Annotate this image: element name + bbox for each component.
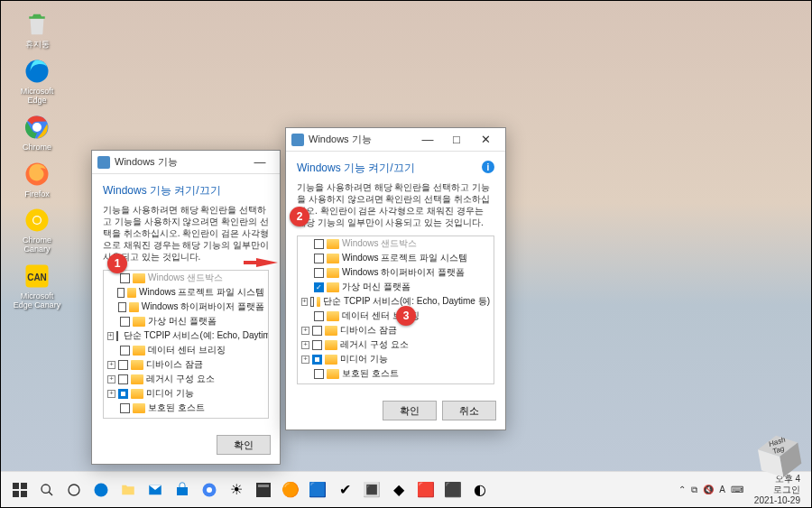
expand-toggle[interactable]: + [107,375,115,383]
feature-checkbox[interactable] [314,369,324,379]
feature-checkbox[interactable]: ✓ [120,418,130,420]
tree-item[interactable]: ✓원격 자동 압축 API 지원 [298,381,494,384]
taskbar-app3[interactable]: ◆ [387,478,411,502]
feature-checkbox[interactable] [118,389,128,399]
tree-item[interactable]: ✓원격 자동 압축 API 지원 [104,415,268,419]
expand-toggle[interactable]: + [301,356,309,364]
feature-checkbox[interactable] [312,340,322,350]
taskbar-chrome[interactable] [198,478,221,502]
taskbar-mail[interactable] [143,478,167,502]
start-button[interactable] [8,478,32,502]
taskbar-explorer[interactable] [116,478,140,502]
tree-item[interactable]: +미디어 기능 [298,352,494,366]
tray-chevron-icon[interactable]: ⌃ [678,485,686,494]
desktop-icon-edge[interactable]: Microsoft Edge [10,57,64,106]
taskbar-app6[interactable]: ◐ [468,478,492,502]
desktop-icon-edge-canary[interactable]: CAN Microsoft Edge Canary [10,262,64,310]
feature-label: 레거시 구성 요소 [146,373,215,385]
desktop-icon-recycle-bin[interactable]: 휴지통 [10,10,64,50]
tree-item[interactable]: 보호된 호스트 [104,401,268,415]
taskbar-app5[interactable]: ⬛ [441,478,465,502]
maximize-button[interactable]: □ [442,129,471,151]
search-button[interactable] [35,478,59,502]
ok-button[interactable]: 확인 [383,401,437,420]
feature-checkbox[interactable] [314,311,324,321]
taskbar-app[interactable]: 🟦 [306,478,329,502]
feature-checkbox[interactable] [116,331,118,341]
tree-item[interactable]: +레거시 구성 요소 [298,337,494,352]
taskbar-office[interactable]: 🟠 [279,478,302,502]
feature-checkbox[interactable] [120,403,130,413]
tree-item[interactable]: Windows 샌드박스 [298,236,494,251]
taskbar-todo[interactable]: ✔ [333,478,356,502]
tree-item[interactable]: +디바이스 잠금 [298,323,494,337]
features-tree[interactable]: Windows 샌드박스Windows 프로젝트 파일 시스템Windows 하… [297,236,494,384]
ok-button[interactable]: 확인 [217,435,271,455]
expand-toggle[interactable]: + [301,298,308,306]
minimize-button[interactable]: — [413,129,442,151]
feature-checkbox[interactable] [117,288,125,298]
expand-toggle[interactable]: + [107,390,115,398]
tree-item[interactable]: +디바이스 잠금 [104,357,268,372]
titlebar[interactable]: Windows 기능 — □ ✕ [286,128,505,152]
feature-checkbox[interactable] [120,317,130,327]
taskbar-store[interactable] [171,478,194,502]
titlebar[interactable]: Windows 기능 — [92,151,280,174]
folder-icon [129,302,139,312]
taskbar-app2[interactable]: 🔳 [360,478,383,502]
feature-checkbox[interactable] [314,239,324,249]
expand-toggle[interactable]: + [301,341,309,349]
feature-checkbox[interactable] [310,297,315,307]
tree-item[interactable]: Windows 샌드박스 [104,271,268,285]
feature-label: 보호된 호스트 [342,367,399,380]
info-icon[interactable]: i [482,161,494,173]
feature-checkbox[interactable]: ✓ [314,383,324,385]
tree-item[interactable]: ✓가상 머신 플랫폼 [298,280,494,294]
expand-toggle[interactable]: + [107,332,114,340]
tray-lang-icon[interactable]: ⌨ [731,485,743,494]
feature-checkbox[interactable] [118,302,126,312]
desktop-icon-chrome[interactable]: Chrome [10,113,64,152]
feature-label: Windows 샌드박스 [148,272,223,284]
tree-item[interactable]: 보호된 호스트 [298,366,494,381]
feature-checkbox[interactable] [314,268,324,278]
feature-checkbox[interactable] [312,326,322,336]
tree-item[interactable]: 데이터 센터 브리징 [104,343,268,357]
taskbar-app4[interactable]: 🟥 [414,478,438,502]
taskbar-weather[interactable]: ☀ [225,478,248,502]
tree-item[interactable]: +미디어 기능 [104,386,268,401]
svg-point-20 [207,487,212,493]
tree-item[interactable]: 가상 머신 플랫폼 [104,314,268,328]
cancel-button[interactable]: 취소 [442,401,496,420]
feature-checkbox[interactable]: ✓ [314,282,324,292]
feature-checkbox[interactable] [312,355,322,365]
tree-item[interactable]: Windows 프로젝트 파일 시스템 [298,251,494,265]
expand-toggle[interactable]: + [107,361,115,369]
tree-item[interactable]: Windows 하이퍼바이저 플랫폼 [298,265,494,280]
desktop-icon-chrome-canary[interactable]: Chrome Canary [10,206,64,254]
svg-rect-10 [21,483,27,489]
tree-item[interactable]: Windows 하이퍼바이저 플랫폼 [104,300,268,314]
tray-network-icon[interactable]: ⧉ [691,485,697,495]
minimize-button[interactable]: — [245,152,274,173]
feature-checkbox[interactable] [120,346,130,356]
feature-label: 데이터 센터 브리징 [148,344,226,356]
expand-toggle[interactable]: + [301,327,309,335]
taskbar-calculator[interactable] [252,478,275,502]
tree-item[interactable]: +단순 TCPIP 서비스(예: Echo, Daytime 등) [298,294,494,309]
feature-checkbox[interactable] [118,360,128,370]
close-button[interactable]: ✕ [471,129,500,151]
feature-checkbox[interactable] [314,254,324,263]
tree-item[interactable]: Windows 프로젝트 파일 시스템 [104,285,268,300]
tray-ime[interactable]: A [719,485,725,494]
tray-volume-icon[interactable]: 🔇 [703,485,714,494]
tree-item[interactable]: +레거시 구성 요소 [104,372,268,386]
taskbar-cortana[interactable] [62,478,86,502]
feature-checkbox[interactable] [120,273,130,283]
chrome-icon [23,113,51,142]
tree-item[interactable]: +단순 TCPIP 서비스(예: Echo, Daytime 등) [104,328,268,343]
desktop-icon-firefox[interactable]: Firefox [10,160,64,199]
taskbar-edge[interactable] [89,478,113,502]
features-tree[interactable]: Windows 샌드박스Windows 프로젝트 파일 시스템Windows 하… [103,270,269,419]
feature-checkbox[interactable] [118,374,128,384]
